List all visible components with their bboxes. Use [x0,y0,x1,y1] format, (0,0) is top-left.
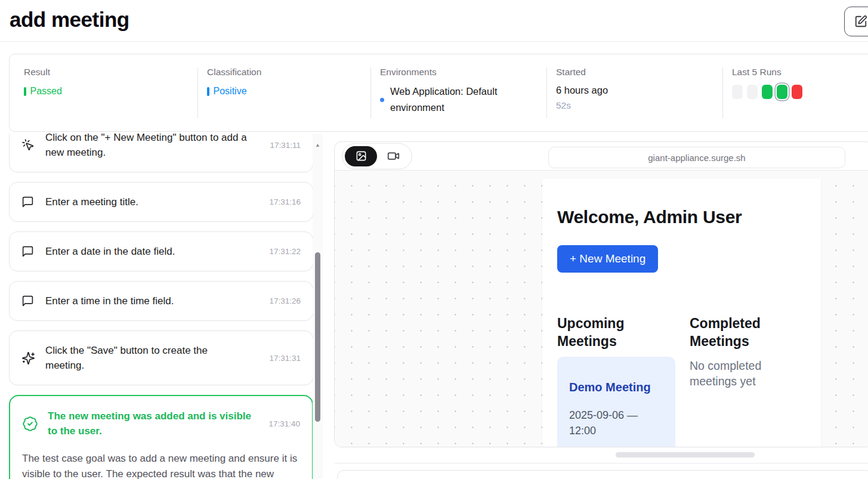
preview-url-bar[interactable]: giant-appliance.surge.sh [548,147,845,168]
edit-icon [854,15,867,28]
stat-result: Result Passed [10,54,197,131]
run-indicator-passed[interactable] [777,85,787,99]
step-time: 17:31:11 [270,141,301,150]
mouse-pointer-click-icon [21,138,36,152]
step-card[interactable]: Click on the "+ New Meeting" button to a… [9,134,313,172]
verification-time: 17:31:40 [268,419,300,428]
preview-mode-toggle [342,143,412,169]
preview-url: giant-appliance.surge.sh [648,153,745,163]
badge-check-icon [22,416,38,432]
classification-status-tick [207,87,209,96]
environments-label: Environments [380,67,546,78]
new-meeting-button: + New Meeting [557,245,658,273]
page-header: add meeting [0,0,868,42]
step-time: 17:31:26 [269,296,301,305]
page-title: add meeting [10,8,129,32]
step-card[interactable]: Enter a meeting title. 17:31:16 [9,182,313,222]
result-status-tick [24,87,26,96]
app-screenshot: Welcome, Admin User + New Meeting Upcomi… [542,178,821,447]
bottom-divider [334,463,868,463]
completed-meetings-heading: Completed Meetings [690,314,785,350]
next-section-card [337,470,868,479]
preview-horizontal-scrollbar-thumb[interactable] [616,452,755,458]
started-label: Started [556,67,722,78]
step-text: Click on the "+ New Meeting" button to a… [45,134,260,160]
run-summary-bar: Result Passed Classification Positive En… [9,54,868,132]
verification-detail: The test case goal was to add a new meet… [22,451,300,479]
step-text: Enter a meeting title. [45,194,138,209]
message-square-icon [21,245,36,258]
step-time: 17:31:31 [269,354,301,363]
environment-dot-icon [380,98,384,102]
verification-card[interactable]: The new meeting was added and is visible… [9,395,313,479]
step-card[interactable]: Click the "Save" button to create the me… [9,330,313,385]
meeting-datetime: 2025-09-06 — 12:00 [569,407,656,438]
screenshot-mode-button[interactable] [345,146,377,166]
step-text: Enter a date in the date field. [45,244,175,259]
step-card[interactable]: Enter a date in the date field. 17:31:22 [9,231,313,271]
stat-classification: Classification Positive [197,54,370,131]
message-square-icon [21,196,36,208]
video-mode-button[interactable] [377,146,409,166]
meeting-edit-pill [569,447,599,447]
run-indicator-passed[interactable] [762,85,773,99]
scroll-up-arrow-icon[interactable]: ▲ [313,142,323,148]
run-indicator-empty[interactable] [747,85,758,99]
environments-value: Web Application: Default environment [390,84,522,116]
preview-viewport: Welcome, Admin User + New Meeting Upcomi… [335,171,868,447]
result-label: Result [24,67,197,78]
preview-toolbar: giant-appliance.surge.sh [335,142,868,171]
result-value: Passed [30,86,62,97]
started-value: 6 hours ago [556,85,722,96]
stat-last-runs: Last 5 Runs [722,54,868,131]
upcoming-meetings-heading: Upcoming Meetings [557,314,644,350]
app-welcome-heading: Welcome, Admin User [557,207,742,227]
verification-text: The new meeting was added and is visible… [48,409,254,438]
run-duration: 52s [556,100,722,111]
meeting-actions [569,447,663,447]
step-time: 17:31:22 [269,247,301,256]
steps-panel: Click on the "+ New Meeting" button to a… [9,134,313,479]
steps-scrollbar: ▲ [313,134,323,479]
last-runs-label: Last 5 Runs [732,67,868,78]
meeting-delete-pill [607,447,650,447]
run-indicator-empty[interactable] [732,85,743,99]
meeting-card: Demo Meeting 2025-09-06 — 12:00 [557,357,675,447]
message-square-icon [21,295,36,307]
meeting-title: Demo Meeting [569,381,663,394]
step-time: 17:31:16 [269,197,301,206]
step-text: Enter a time in the time field. [45,293,174,308]
classification-value: Positive [214,86,247,97]
image-icon [356,150,367,162]
classification-label: Classification [207,67,370,78]
stat-started: Started 6 hours ago 52s [546,54,722,131]
video-icon [387,150,400,162]
step-text: Click the "Save" button to create the me… [45,343,242,373]
completed-empty-text: No completed meetings yet [690,358,792,389]
run-indicator-failed[interactable] [792,85,802,99]
steps-list: Click on the "+ New Meeting" button to a… [9,134,313,479]
preview-panel: giant-appliance.surge.sh Welcome, Admin … [334,141,868,447]
sparkles-icon [21,351,36,365]
edit-button[interactable] [844,7,868,36]
steps-scrollbar-thumb[interactable] [315,252,320,422]
step-card[interactable]: Enter a time in the time field. 17:31:26 [9,281,313,321]
stat-environments: Environments Web Application: Default en… [370,54,546,131]
last-runs-squares [732,85,868,99]
